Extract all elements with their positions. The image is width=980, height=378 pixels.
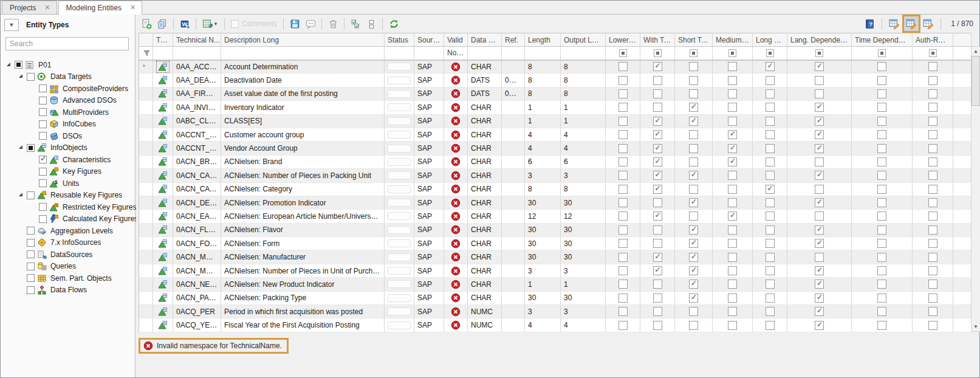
short_texts-checkbox[interactable] bbox=[689, 171, 698, 180]
time_dep-checkbox[interactable] bbox=[877, 239, 886, 248]
cell-tech[interactable]: 0ACN_EANUPC bbox=[173, 210, 221, 223]
auth-checkbox[interactable] bbox=[928, 280, 937, 289]
with_texts-checkbox[interactable] bbox=[653, 157, 662, 167]
medium_texts-checkbox[interactable] bbox=[728, 89, 737, 98]
medium_texts-checkbox[interactable] bbox=[728, 157, 737, 167]
expander-expanded-icon[interactable] bbox=[16, 73, 26, 80]
tree-checkbox[interactable] bbox=[39, 132, 47, 140]
short_texts-checkbox[interactable] bbox=[689, 225, 698, 235]
table-row-0ACN_PACK[interactable]: 0ACN_PACKACNielsen: Packing TypeSAPCHAR3… bbox=[139, 291, 971, 304]
cell-desc[interactable]: Fiscal Year of the First Acquisition Pos… bbox=[221, 318, 385, 332]
table-row-0ACCNT_GRPV[interactable]: 0ACCNT_GRPVVendor Account GroupSAPCHAR44 bbox=[139, 142, 971, 155]
auth-checkbox[interactable] bbox=[928, 171, 937, 180]
table-row-0ABC_CLASS[interactable]: 0ABC_CLASSCLASS[ES]SAPCHAR11 bbox=[139, 114, 971, 128]
medium_texts-checkbox[interactable] bbox=[728, 76, 737, 85]
time_dep-checkbox[interactable] bbox=[877, 171, 886, 180]
lang_dep-checkbox[interactable] bbox=[815, 157, 824, 167]
tree-item-infoobjects[interactable]: InfoObjects bbox=[1, 142, 135, 154]
cell-desc[interactable]: ACNielsen: Number of Pieces in Unit of P… bbox=[221, 264, 385, 277]
lowercase-checkbox[interactable] bbox=[618, 185, 628, 194]
edit-grid-button-highlighted[interactable] bbox=[904, 16, 919, 31]
search-input[interactable] bbox=[5, 37, 129, 50]
with_texts-checkbox[interactable] bbox=[653, 185, 662, 194]
tree-item-reusable-key-figures[interactable]: Reusable Key Figures bbox=[1, 190, 135, 202]
lowercase-checkbox[interactable] bbox=[618, 76, 628, 85]
short_texts-checkbox[interactable] bbox=[689, 266, 698, 275]
short_texts-checkbox[interactable] bbox=[689, 294, 698, 303]
time_dep-checkbox[interactable] bbox=[877, 89, 886, 98]
lang_dep-checkbox[interactable] bbox=[815, 76, 824, 85]
column-header-lang_dep[interactable]: Lang. Dependent T... bbox=[787, 33, 852, 47]
column-header-length[interactable]: Length bbox=[525, 33, 561, 47]
filter-checkbox-indeterminate[interactable] bbox=[766, 49, 774, 57]
expander-expanded-icon[interactable] bbox=[16, 191, 26, 199]
long_texts-checkbox[interactable] bbox=[766, 103, 775, 112]
with_texts-checkbox[interactable] bbox=[653, 117, 662, 126]
lowercase-checkbox[interactable] bbox=[618, 144, 628, 153]
long_texts-checkbox[interactable] bbox=[766, 307, 775, 316]
medium_texts-checkbox[interactable] bbox=[728, 239, 737, 248]
filter-cell-status[interactable] bbox=[385, 47, 414, 60]
medium_texts-checkbox[interactable] bbox=[728, 185, 737, 194]
cell-tech[interactable]: 0ACN_FORM bbox=[173, 237, 221, 250]
lowercase-checkbox[interactable] bbox=[618, 294, 628, 303]
tree-checkbox[interactable] bbox=[39, 97, 47, 105]
cell-tech[interactable]: 0ACN_MULTPK bbox=[173, 264, 221, 277]
short_texts-checkbox[interactable] bbox=[689, 103, 698, 112]
table-row-0ACN_CASEPK[interactable]: 0ACN_CASEPKACNielsen: Number of Pieces i… bbox=[139, 169, 971, 182]
close-icon[interactable]: ✕ bbox=[44, 4, 50, 12]
rows-button[interactable] bbox=[364, 16, 379, 31]
auth-checkbox[interactable] bbox=[928, 253, 937, 262]
tree-checkbox[interactable] bbox=[39, 179, 47, 187]
time_dep-checkbox[interactable] bbox=[877, 62, 886, 71]
long_texts-checkbox[interactable] bbox=[766, 225, 775, 235]
long_texts-checkbox[interactable] bbox=[766, 62, 775, 71]
lang_dep-checkbox[interactable] bbox=[815, 62, 824, 71]
auth-checkbox[interactable] bbox=[928, 76, 937, 85]
long_texts-checkbox[interactable] bbox=[766, 130, 775, 139]
time_dep-checkbox[interactable] bbox=[877, 157, 886, 167]
table-row-0ACN_NEWITM[interactable]: 0ACN_NEWITMACNielsen: New Product Indica… bbox=[139, 278, 971, 291]
long_texts-checkbox[interactable] bbox=[766, 76, 775, 85]
time_dep-checkbox[interactable] bbox=[877, 253, 886, 262]
with_texts-checkbox[interactable] bbox=[653, 225, 662, 235]
lowercase-checkbox[interactable] bbox=[618, 130, 628, 139]
vertical-scrollbar[interactable]: ▲ ▼ bbox=[971, 46, 980, 332]
cell-tech[interactable]: 0ACN_MANFAC bbox=[173, 250, 221, 264]
long_texts-checkbox[interactable] bbox=[766, 266, 775, 275]
cell-desc[interactable]: Customer account group bbox=[221, 128, 385, 141]
with_texts-checkbox[interactable] bbox=[653, 144, 662, 153]
tree-checkbox[interactable] bbox=[39, 120, 47, 128]
filter-cell-medium_texts[interactable] bbox=[713, 47, 753, 60]
tree-item-data-flows[interactable]: Data Flows bbox=[1, 284, 135, 297]
cell-desc[interactable]: ACNielsen: European Article Number/Unive… bbox=[221, 210, 385, 223]
column-header-valid[interactable]: Valid bbox=[444, 33, 468, 47]
with_texts-checkbox[interactable] bbox=[653, 253, 662, 262]
cell-desc[interactable]: Account Determination bbox=[221, 60, 385, 74]
export-word-button[interactable]: W bbox=[177, 16, 192, 31]
tree-checkbox[interactable] bbox=[27, 239, 35, 247]
filter-checkbox-indeterminate[interactable] bbox=[929, 49, 937, 57]
lowercase-checkbox[interactable] bbox=[618, 307, 628, 316]
help-button[interactable]: ? bbox=[862, 16, 877, 31]
table-row-0ACN_FORM[interactable]: 0ACN_FORMACNielsen: FormSAPCHAR3030 bbox=[139, 237, 971, 250]
cell-desc[interactable]: ACNielsen: Number of Pieces in Packing U… bbox=[221, 169, 385, 182]
scroll-down-button[interactable]: ▼ bbox=[971, 322, 980, 331]
short_texts-checkbox[interactable] bbox=[689, 307, 698, 316]
table-row-0AA_FIRSTAQ[interactable]: 0AA_FIRSTAQAsset value date of the first… bbox=[139, 87, 971, 100]
medium_texts-checkbox[interactable] bbox=[728, 171, 737, 180]
with_texts-checkbox[interactable] bbox=[653, 103, 662, 112]
cell-tech[interactable]: 0AA_ACCDET bbox=[173, 60, 221, 74]
column-header-tech[interactable]: Technical N... bbox=[173, 33, 221, 47]
column-header-source[interactable]: Source bbox=[414, 33, 444, 47]
long_texts-checkbox[interactable] bbox=[766, 144, 775, 153]
filter-checkbox-indeterminate[interactable] bbox=[728, 49, 736, 57]
auth-checkbox[interactable] bbox=[928, 157, 937, 167]
tree-checkbox[interactable] bbox=[27, 227, 35, 235]
cell-desc[interactable]: Period in which first acquisition was po… bbox=[221, 305, 385, 318]
long_texts-checkbox[interactable] bbox=[766, 198, 775, 207]
lowercase-checkbox[interactable] bbox=[618, 89, 628, 98]
lang_dep-checkbox[interactable] bbox=[815, 117, 824, 126]
column-header-auth[interactable]: Auth-Relev... bbox=[913, 33, 953, 47]
with_texts-checkbox[interactable] bbox=[653, 211, 662, 221]
